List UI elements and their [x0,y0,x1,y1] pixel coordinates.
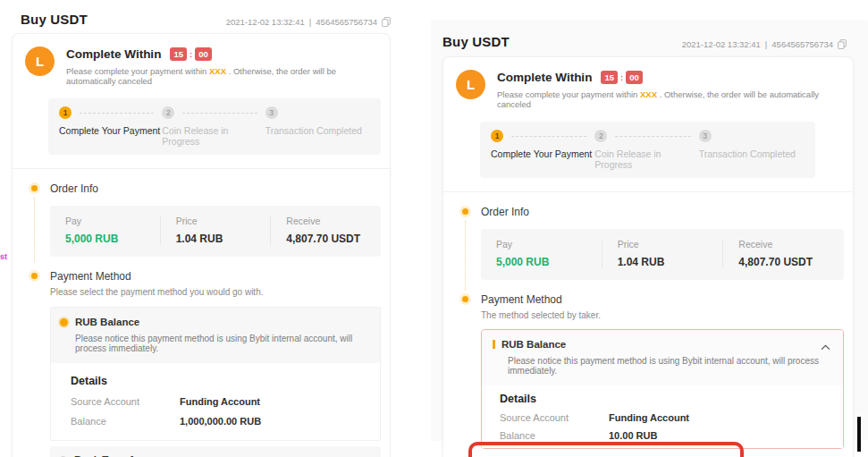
payment-details: Details Source Account Funding Account B… [482,385,843,448]
receive-column: Receive 4,807.70 USDT [270,216,381,245]
progress-steps: 1 2 3 Complete Your Payment Coin Release… [48,98,381,155]
details-heading: Details [500,393,832,405]
receive-value: 4,807.70 USDT [286,233,381,245]
timer-seconds-badge: 00 [626,71,643,84]
order-info-heading: Order Info [50,182,381,195]
order-card: L Complete Within 15 : 00 Please complet… [12,33,391,457]
timer-colon: : [190,49,192,59]
step-1-circle: 1 [59,106,72,119]
step-2-label: Coin Release in Progress [594,148,698,170]
payment-option-rub-balance-error: RUB Balance Please notice this payment m… [481,329,844,449]
pay-column: Pay 5,000 RUB [481,239,602,268]
step-2-circle: 2 [594,130,607,142]
payment-option-rub-balance: RUB Balance Please notice this payment m… [50,307,381,441]
timer-header: L Complete Within 15 : 00 Please complet… [443,57,853,111]
section-bullet-icon [462,208,468,215]
order-card: L Complete Within 15 : 00 Please complet… [442,56,854,457]
page-title: Buy USDT [21,12,88,27]
price-value: 1.04 RUB [176,233,271,245]
timer-note: Please complete your payment within XXX … [497,89,839,109]
payment-option-bank-transfer[interactable]: Bank Transfer [50,446,381,457]
order-timestamp: 2021-12-02 13:32:41 [226,17,305,27]
step-connector [80,113,154,114]
stray-text-artifact: st [0,252,7,261]
counterparty-avatar: L [456,70,485,99]
text-cursor-artifact [857,417,861,452]
counterparty-avatar: L [25,47,55,76]
order-info-section: Order Info Pay 5,000 RUB Price 1.04 RUB … [443,192,853,280]
detail-row-source-account: Source Account Funding Account [500,412,832,423]
order-id: 4564565756734 [316,17,377,27]
timer-note-highlight: XXX [209,66,226,76]
price-column: Price 1.04 RUB [602,239,723,268]
order-info-box: Pay 5,000 RUB Price 1.04 RUB Receive 4,8… [50,206,381,257]
price-value: 1.04 RUB [618,256,723,268]
payment-method-subtitle: The method selected by taker. [481,310,844,320]
page-header: Buy USDT 2021-12-02 13:32:41 | 456456575… [0,0,409,27]
panel-error-state: Buy USDT 2021-12-02 13:32:41 | 456456575… [431,20,868,441]
timer-colon: : [620,72,623,82]
step-2-circle: 2 [162,106,174,119]
timer-heading: Complete Within [66,47,161,61]
section-bullet-icon [462,296,468,302]
order-info-heading: Order Info [481,206,844,218]
pay-column: Pay 5,000 RUB [50,216,160,245]
step-3-label: Transaction Completed [699,148,803,170]
section-connector-line [34,198,35,262]
progress-steps: 1 2 3 Complete Your Payment Coin Release… [480,122,815,178]
details-heading: Details [71,375,369,387]
step-1-label: Complete Your Payment [491,148,594,170]
timer-minutes-badge: 15 [170,47,187,61]
order-meta: 2021-12-02 13:32:41 | 4564565756734 [682,39,847,49]
price-column: Price 1.04 RUB [160,216,271,245]
payment-method-heading: Payment Method [481,293,844,306]
step-3-label: Transaction Completed [265,125,368,147]
rub-balance-note: Please notice this payment method is usi… [508,356,821,376]
order-meta: 2021-12-02 13:32:41 | 4564565756734 [226,17,391,27]
timer-header: L Complete Within 15 : 00 Please complet… [13,34,390,88]
rub-balance-header[interactable]: RUB Balance Please notice this payment m… [51,308,380,363]
step-connector [182,113,257,114]
chevron-up-icon[interactable] [821,344,830,351]
step-1-label: Complete Your Payment [59,125,162,147]
page-header: Buy USDT 2021-12-02 13:32:41 | 456456575… [431,20,868,49]
rub-balance-note: Please notice this payment method is usi… [75,334,369,353]
detail-row-balance: Balance 10.00 RUB [500,430,832,441]
detail-row-balance: Balance 1,000,000.00 RUB [71,416,369,427]
meta-separator: | [765,39,767,49]
detail-row-source-account: Source Account Funding Account [71,396,369,407]
selected-marker-icon [493,340,495,349]
receive-value: 4,807.70 USDT [738,256,844,268]
page-title: Buy USDT [442,34,510,49]
payment-method-heading: Payment Method [50,270,381,283]
step-connector [511,136,586,137]
radio-selected-icon[interactable] [60,318,68,326]
timer-heading: Complete Within [497,71,592,84]
timer-note: Please complete your payment within XXX … [66,66,375,86]
payment-method-section: Payment Method The method selected by ta… [443,280,853,457]
order-info-section: Order Info Pay 5,000 RUB Price 1.04 RUB … [13,169,390,257]
step-3-circle: 3 [699,130,712,142]
copy-icon[interactable] [838,39,847,49]
order-id: 4564565756734 [771,39,833,49]
timer-minutes-badge: 15 [601,71,618,84]
section-bullet-icon [31,185,38,191]
copy-icon[interactable] [382,17,391,27]
pay-value: 5,000 RUB [496,256,602,268]
rub-balance-header[interactable]: RUB Balance Please notice this payment m… [482,330,843,385]
meta-separator: | [309,17,311,27]
timer-seconds-badge: 00 [195,47,212,61]
step-3-circle: 3 [265,106,278,119]
step-1-circle: 1 [491,130,503,142]
payment-method-section: Payment Method Please select the payment… [13,257,390,457]
step-2-label: Coin Release in Progress [162,125,265,147]
rub-balance-label: RUB Balance [501,339,566,350]
order-timestamp: 2021-12-02 13:32:41 [682,39,761,49]
pay-value: 5,000 RUB [65,233,160,245]
section-bullet-icon [31,273,38,279]
timer-note-highlight: XXX [640,89,657,99]
step-connector [615,136,690,137]
order-info-box: Pay 5,000 RUB Price 1.04 RUB Receive 4,8… [481,229,844,280]
receive-column: Receive 4,807.70 USDT [722,239,844,268]
payment-details: Details Source Account Funding Account B… [51,363,380,440]
